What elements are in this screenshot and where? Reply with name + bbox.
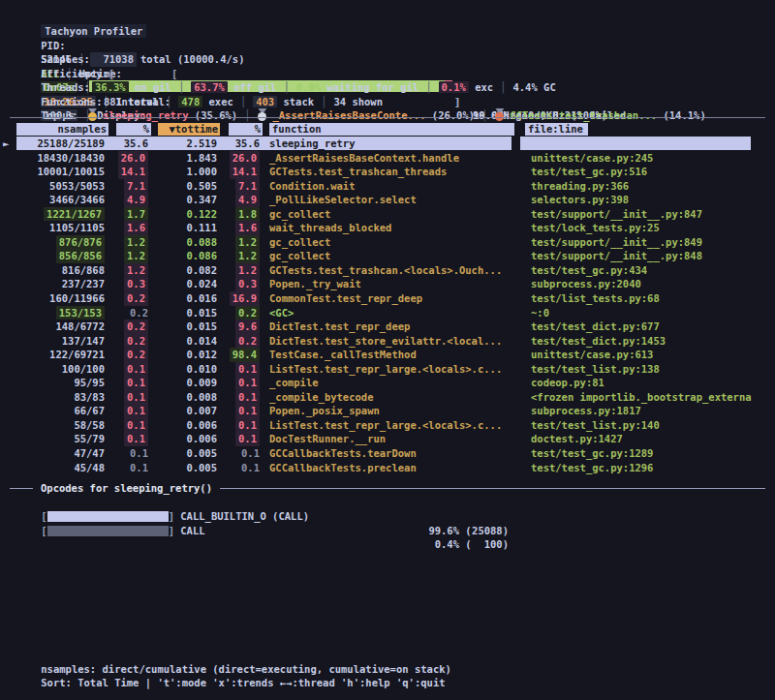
cell-percent-cumulative: 14.1: [217, 165, 260, 179]
cell-tottime: 0.005: [148, 446, 217, 461]
cell-tottime: 0.015: [148, 306, 217, 320]
sort-and-keys-help: Sort: Total Time | 't':mode 'x':trends ←…: [41, 677, 445, 688]
cell-percent-cumulative: 4.9: [217, 193, 260, 207]
table-row[interactable]: 10001/10015 14.1 1.000 14.1 GCTests.test…: [0, 165, 775, 179]
table-row[interactable]: 45/48 0.1 0.005 0.1 GCCallbackTests.prec…: [0, 461, 775, 475]
header-pct1[interactable]: %: [116, 123, 151, 136]
top3-label: Top 3:: [41, 109, 78, 121]
cell-function-name: DictTest.test_store_evilattr.<local...: [269, 334, 521, 349]
table-row[interactable]: 47/47 0.1 0.005 0.1 GCCallbackTests.tear…: [0, 446, 775, 461]
table-row[interactable]: 153/153 0.2 0.015 0.2 <GC> ~:0: [0, 306, 775, 320]
cell-percent-cumulative: 16.9: [217, 291, 260, 306]
cell-function-name: gc_collect: [269, 235, 521, 250]
top3-first-name[interactable]: sleeping_retry: [103, 109, 189, 121]
cell-function-name: gc_collect: [269, 249, 521, 263]
separator: │: [237, 109, 257, 121]
cell-percent-direct: 0.2: [105, 320, 148, 334]
table-row[interactable]: 1221/1267 1.7 0.122 1.8 gc_collect test/…: [0, 207, 775, 222]
table-row[interactable]: 55/79 0.1 0.006 0.1 DocTestRunner.__run …: [0, 432, 775, 446]
table-row[interactable]: 148/6772 0.2 0.015 9.6 DictTest.test_rep…: [0, 320, 775, 334]
cell-percent-direct: 0.2: [105, 334, 148, 349]
cell-file-line: test/support/__init__.py:2638: [531, 137, 775, 151]
cell-percent-direct: 0.1: [105, 404, 148, 418]
table-row[interactable]: 122/69721 0.2 0.012 98.4 TestCase._callT…: [0, 348, 775, 362]
cell-nsamples: 18430/18430: [0, 151, 105, 166]
cell-percent-cumulative: 0.1: [217, 446, 260, 461]
table-row[interactable]: 83/83 0.1 0.008 0.1 _compile_bytecode <f…: [0, 390, 775, 405]
cell-percent-direct: 0.1: [105, 376, 148, 390]
opcode-bar-fill: [47, 526, 169, 536]
cell-nsamples: 58/58: [0, 418, 105, 433]
cell-function-name: Popen._try_wait: [269, 277, 521, 291]
cell-percent-direct: 1.2: [105, 263, 148, 278]
cell-tottime: 0.505: [148, 179, 217, 194]
opcode-pct: 0.4%: [435, 538, 459, 550]
cell-file-line: selectors.py:398: [531, 193, 775, 207]
cell-percent-direct: 0.2: [105, 291, 148, 306]
opcode-bar-close-bracket: ]: [169, 525, 174, 536]
table-row[interactable]: 160/11966 0.2 0.016 16.9 CommonTest.test…: [0, 291, 775, 306]
cell-percent-direct: 1.7: [105, 207, 148, 222]
cell-tottime: 0.010: [148, 362, 217, 377]
cell-tottime: 1.000: [148, 165, 217, 179]
table-row[interactable]: ► 25188/25189 35.6 2.519 35.6 sleeping_r…: [0, 137, 775, 151]
table-row[interactable]: 66/67 0.1 0.007 0.1 Popen._posix_spawn s…: [0, 404, 775, 418]
cell-percent-direct: 1.2: [105, 249, 148, 263]
table-row[interactable]: 95/95 0.1 0.009 0.1 _compile codeop.py:8…: [0, 376, 775, 390]
cell-tottime: 0.009: [148, 376, 217, 390]
header-tottime-sorted[interactable]: ▼tottime: [158, 123, 220, 136]
table-row[interactable]: 816/868 1.2 0.082 1.2 GCTests.test_trash…: [0, 263, 775, 278]
cell-file-line: test/list_tests.py:68: [531, 291, 775, 306]
cell-nsamples: 95/95: [0, 376, 105, 390]
header-nsamples[interactable]: nsamples: [16, 123, 108, 136]
cell-nsamples: 3466/3466: [0, 193, 105, 207]
cell-nsamples: 5053/5053: [0, 179, 105, 194]
table-row[interactable]: 876/876 1.2 0.088 1.2 gc_collect test/su…: [0, 235, 775, 250]
cell-nsamples: 237/237: [0, 277, 105, 291]
cell-tottime: 0.088: [148, 235, 217, 250]
top3-third-name[interactable]: GCTests.test_trashcan...: [510, 109, 657, 121]
cell-nsamples: 137/147: [0, 334, 105, 349]
cell-tottime: 0.122: [148, 207, 217, 222]
cell-file-line: test/support/__init__.py:849: [531, 235, 775, 250]
top3-second-pct: (26.0%): [432, 109, 475, 121]
tachyon-profiler-window: Tachyon Profiler PID: 52146│Thread: ALL│…: [0, 0, 775, 700]
cell-percent-cumulative: 0.3: [217, 277, 260, 291]
table-row[interactable]: 1105/1105 1.6 0.111 1.6 wait_threads_blo…: [0, 221, 775, 235]
cell-percent-cumulative: 0.1: [217, 461, 260, 475]
table-row[interactable]: 18430/18430 26.0 1.843 26.0 _AssertRaise…: [0, 151, 775, 166]
header-pct2[interactable]: %: [229, 123, 263, 136]
table-row[interactable]: 137/147 0.2 0.014 0.2 DictTest.test_stor…: [0, 334, 775, 349]
cell-nsamples: 160/11966: [0, 291, 105, 306]
table-row[interactable]: 100/100 0.1 0.010 0.1 ListTest.test_repr…: [0, 362, 775, 377]
cell-function-name: gc_collect: [269, 207, 521, 222]
function-table-header: nsamples % ▼tottime % function file:line: [0, 123, 775, 137]
header-function[interactable]: function: [269, 123, 514, 136]
cell-tottime: 0.016: [148, 291, 217, 306]
cell-nsamples: 816/868: [0, 263, 105, 278]
cell-tottime: 0.005: [148, 461, 217, 475]
cell-tottime: 0.086: [148, 249, 217, 263]
table-row[interactable]: 5053/5053 7.1 0.505 7.1 Condition.wait t…: [0, 179, 775, 194]
table-row[interactable]: 58/58 0.1 0.006 0.1 ListTest.test_repr_l…: [0, 418, 775, 433]
table-row[interactable]: 237/237 0.3 0.024 0.3 Popen._try_wait su…: [0, 277, 775, 291]
cell-percent-cumulative: 0.1: [217, 362, 260, 377]
cell-tottime: 2.519: [148, 137, 217, 151]
cell-function-name: Condition.wait: [269, 179, 521, 194]
cell-function-name: ListTest.test_repr_large.<locals>.c...: [269, 362, 521, 377]
header-file-line[interactable]: file:line: [525, 123, 588, 136]
cell-tottime: 0.006: [148, 418, 217, 433]
cell-tottime: 0.007: [148, 404, 217, 418]
table-row[interactable]: 856/856 1.2 0.086 1.2 gc_collect test/su…: [0, 249, 775, 263]
top3-second-name[interactable]: _AssertRaisesBaseConte...: [272, 109, 425, 121]
gold-medal-icon: [87, 108, 98, 121]
cell-file-line: test/test_gc.py:1296: [531, 461, 775, 475]
cell-percent-cumulative: 0.2: [217, 306, 260, 320]
cell-function-name: <GC>: [269, 306, 521, 320]
cell-file-line: test/test_list.py:140: [531, 418, 775, 433]
opcodes-section-title: Opcodes for sleeping_retry(): [33, 481, 220, 496]
cell-file-line: subprocess.py:1817: [531, 404, 775, 418]
table-row[interactable]: 3466/3466 4.9 0.347 4.9 _PollLikeSelecto…: [0, 193, 775, 207]
cell-nsamples: 25188/25189: [0, 137, 105, 151]
cell-percent-direct: 0.1: [105, 461, 148, 475]
